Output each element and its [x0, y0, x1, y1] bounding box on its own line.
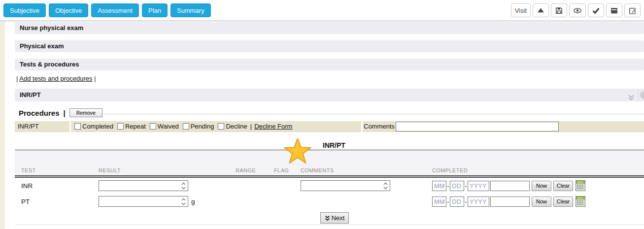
inr-now-button[interactable]: Now	[532, 181, 551, 191]
inr-year-input[interactable]	[468, 181, 489, 191]
results-header: TEST RESULT RANGE FLAG COMMENTS COMPLETE…	[15, 151, 644, 175]
inr-result-spinner	[99, 180, 188, 191]
edit-icon[interactable]	[624, 3, 641, 17]
date-separator: -	[464, 182, 468, 190]
spinner-arrows-icon[interactable]	[180, 196, 187, 206]
pt-time-input[interactable]	[490, 196, 530, 207]
section-tests-procedures[interactable]: Tests & procedures	[15, 59, 644, 70]
date-separator: -	[446, 198, 450, 205]
tab-plan[interactable]: Plan	[142, 3, 168, 17]
checkbox-repeat[interactable]	[117, 123, 124, 130]
pt-completed-date-group: - - Now Clear MAY	[432, 196, 585, 207]
col-comments: COMMENTS	[301, 167, 334, 173]
checkbox-pending[interactable]	[183, 123, 189, 130]
pipe: |	[250, 123, 252, 130]
eject-icon[interactable]	[533, 3, 549, 17]
next-button-label: Next	[332, 214, 345, 222]
pt-now-button[interactable]: Now	[532, 196, 551, 207]
section-nurse-physical-exam[interactable]: Nurse physical exam	[15, 22, 644, 34]
checkbox-repeat-label: Repeat	[125, 123, 146, 130]
procedure-status-cell: Completed Repeat Waived Pending Decline …	[71, 121, 361, 132]
spinner-arrows-icon[interactable]	[382, 181, 389, 191]
partial-circle-icon	[640, 91, 644, 99]
results-panel-title: INR/PT	[323, 141, 345, 149]
bottom-rule	[15, 225, 644, 225]
pipe-left: |	[16, 75, 18, 82]
tab-objective[interactable]: Objective	[49, 3, 88, 17]
pt-clear-button[interactable]: Clear	[553, 196, 573, 207]
procedure-comments-cell: Comments	[363, 121, 644, 132]
checkbox-completed-label: Completed	[82, 123, 113, 130]
star-icon	[281, 138, 314, 166]
inr-day-input[interactable]	[450, 181, 464, 191]
double-rule-dark	[15, 175, 644, 178]
procedures-rule	[102, 114, 644, 114]
date-separator: -	[464, 198, 468, 205]
chevron-double-down-icon	[325, 215, 330, 221]
chevron-double-down-icon[interactable]	[628, 92, 635, 101]
checkbox-waived-label: Waived	[158, 123, 179, 130]
procedures-heading: Procedures | Remove	[19, 108, 102, 117]
add-tests-row: | Add tests and procedures |	[16, 75, 96, 82]
pt-day-input[interactable]	[450, 196, 464, 207]
procedures-title: Procedures	[19, 109, 60, 117]
next-button[interactable]: Next	[320, 212, 349, 224]
left-edge-strip	[0, 22, 5, 229]
toolbar-actions: Visit	[511, 3, 641, 17]
procedure-name: INR/PT	[18, 123, 39, 130]
pt-result-spinner	[99, 196, 188, 207]
inr-time-input[interactable]	[490, 181, 530, 191]
svg-text:MAY: MAY	[577, 196, 583, 199]
inr-result-input[interactable]	[99, 181, 179, 191]
section-physical-exam[interactable]: Physical exam	[15, 40, 644, 52]
check-icon[interactable]	[588, 3, 604, 17]
bar-divider	[638, 89, 639, 101]
pt-result-input[interactable]	[99, 196, 179, 206]
visit-note-screen: Subjective Objective Assessment Plan Sum…	[0, 0, 644, 229]
svg-text:MAY: MAY	[577, 181, 583, 184]
checkbox-decline-label: Decline	[226, 123, 247, 130]
tab-summary[interactable]: Summary	[170, 3, 211, 17]
pipe-right: |	[94, 75, 96, 82]
section-inrpt-label: INR/PT	[20, 91, 41, 98]
decline-form-link[interactable]: Decline Form	[254, 123, 292, 130]
pt-year-input[interactable]	[468, 196, 489, 207]
pipe: |	[64, 109, 66, 117]
remove-button[interactable]: Remove	[69, 108, 102, 117]
col-result: RESULT	[99, 167, 121, 173]
checkbox-pending-label: Pending	[191, 123, 214, 130]
save-icon[interactable]	[551, 3, 567, 17]
eye-icon[interactable]	[569, 3, 586, 17]
inr-clear-button[interactable]: Clear	[553, 181, 573, 191]
test-name-inr: INR	[21, 182, 33, 190]
archive-icon[interactable]	[606, 3, 622, 17]
test-name-pt: PT	[21, 198, 30, 205]
tab-assessment[interactable]: Assessment	[91, 3, 139, 17]
inr-completed-date-group: - - Now Clear MAY	[432, 180, 585, 191]
pt-month-input[interactable]	[432, 196, 446, 207]
checkbox-waived[interactable]	[150, 123, 156, 130]
spinner-arrows-icon[interactable]	[180, 181, 187, 191]
col-flag: FLAG	[274, 167, 289, 173]
comments-label: Comments	[364, 123, 395, 130]
calendar-icon[interactable]: MAY	[576, 196, 585, 207]
soap-tabs: Subjective Objective Assessment Plan Sum…	[3, 3, 211, 17]
inr-comments-input[interactable]	[301, 181, 381, 191]
tab-subjective[interactable]: Subjective	[3, 3, 46, 17]
col-completed: COMPLETED	[432, 167, 468, 173]
col-test: TEST	[21, 167, 36, 173]
calendar-icon[interactable]: MAY	[576, 180, 585, 191]
inr-month-input[interactable]	[432, 181, 446, 191]
date-separator: -	[446, 182, 450, 190]
inr-comments-spinner	[301, 180, 390, 191]
top-toolbar: Subjective Objective Assessment Plan Sum…	[0, 0, 644, 21]
procedure-name-cell: INR/PT	[15, 121, 69, 132]
procedure-comments-input[interactable]	[396, 122, 559, 131]
add-tests-link[interactable]: Add tests and procedures	[19, 75, 92, 82]
pt-unit-label: g	[191, 198, 195, 205]
col-range: RANGE	[236, 167, 256, 173]
visit-button[interactable]: Visit	[511, 3, 531, 17]
section-inrpt[interactable]: INR/PT	[15, 89, 644, 101]
checkbox-completed[interactable]	[74, 123, 81, 130]
checkbox-decline[interactable]	[218, 123, 224, 130]
